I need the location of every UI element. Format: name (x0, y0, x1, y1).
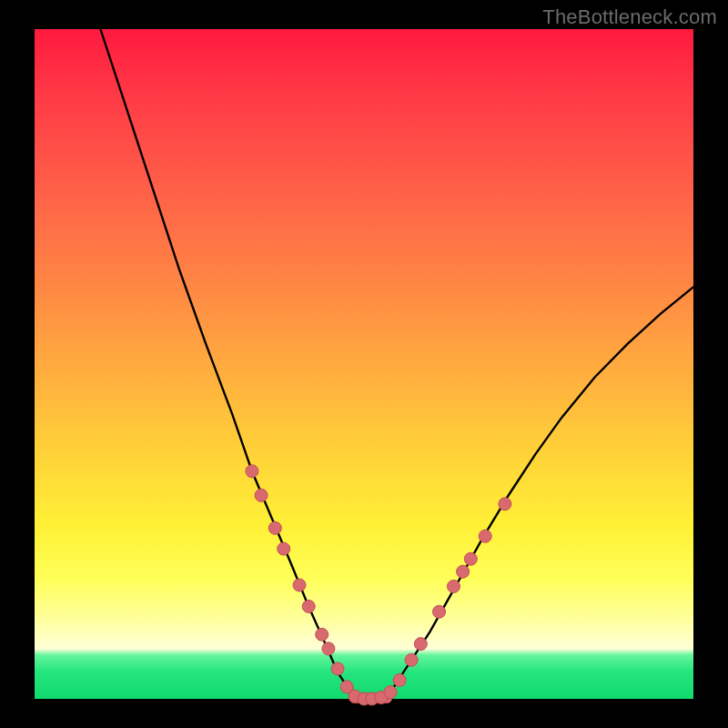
data-marker (448, 580, 460, 592)
data-marker (316, 628, 329, 641)
chart-frame: TheBottleneck.com (0, 0, 728, 728)
data-marker (268, 521, 281, 534)
chart-svg (35, 29, 693, 699)
data-marker (433, 605, 446, 618)
data-marker (499, 498, 511, 511)
data-marker (414, 638, 427, 651)
data-marker (464, 552, 477, 565)
data-marker (278, 542, 290, 555)
data-marker (393, 673, 406, 686)
bottleneck-curve (100, 29, 693, 699)
data-marker (322, 642, 335, 655)
data-marker (246, 465, 258, 478)
data-marker (479, 530, 491, 542)
data-marker (331, 662, 344, 675)
plot-area (35, 29, 693, 699)
marker-group (246, 465, 511, 705)
data-marker (405, 653, 418, 666)
watermark-text: TheBottleneck.com (542, 5, 717, 29)
data-marker (457, 565, 470, 578)
data-marker (384, 686, 397, 699)
data-marker (293, 579, 306, 592)
data-marker (302, 600, 315, 612)
data-marker (255, 489, 268, 501)
